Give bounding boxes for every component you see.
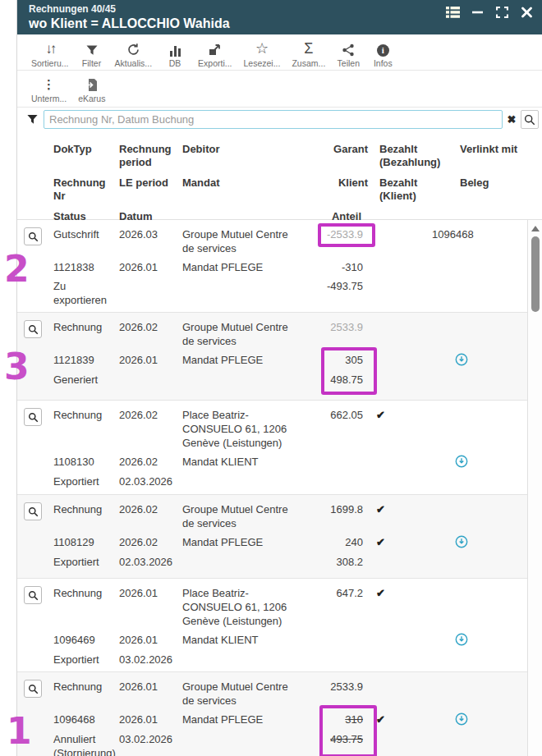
table-row[interactable]: Rechnung 2026.01 Groupe Mutuel Centre de… [17, 672, 528, 756]
col-header-bezahlt-bezahlung[interactable]: Bezahlt (Bezahlung) [368, 143, 443, 169]
status-value: Generiert [53, 373, 119, 387]
filter-funnel-icon [24, 113, 40, 126]
toolbar-ekarus-button[interactable]: eKarus [72, 75, 111, 103]
rechnung-period-value: 2026.02 [119, 408, 182, 422]
le-period-value: 2026.01 [119, 633, 182, 647]
row-detail-magnifier-icon[interactable] [24, 320, 42, 338]
search-input[interactable] [44, 110, 503, 129]
list-view-icon[interactable] [445, 6, 460, 19]
vertical-scrollbar[interactable] [527, 220, 542, 756]
col-header-beleg[interactable]: Beleg [450, 176, 542, 190]
datum-export-value: 02.03.2026 [119, 555, 182, 569]
col-header-debitor[interactable]: Debitor [182, 143, 305, 156]
anteil-oh-value: -493.75 [305, 279, 368, 293]
anteil-oh-value: 308.2 [305, 555, 368, 569]
table-row[interactable]: Rechnung 2026.02 Groupe Mutuel Centre de… [17, 313, 528, 401]
fullscreen-icon[interactable] [494, 6, 509, 19]
doktyp-value: Rechnung [53, 680, 119, 694]
bezahlt-check-icon: ✔ [368, 408, 396, 422]
table-row[interactable]: Gutschrift 2026.03 Groupe Mutuel Centre … [17, 220, 528, 313]
toolbar-export-button[interactable]: Exporti... [192, 39, 237, 68]
col-header-klient[interactable]: Klient [305, 176, 368, 190]
clear-search-icon[interactable]: ✖ [503, 110, 521, 129]
status-value: Exportiert [53, 474, 119, 488]
bar-chart-icon [170, 39, 181, 57]
col-header-verlinkt-mit[interactable]: Verlinkt mit [450, 143, 542, 156]
toolbar-refresh-button[interactable]: Aktualis... [109, 39, 158, 68]
scrollbar-thumb[interactable] [531, 236, 540, 312]
bezahlt-check-icon: ✔ [368, 712, 396, 726]
beleg-download-icon[interactable] [455, 633, 468, 648]
toolbar-info-button[interactable]: i Infos [365, 39, 400, 68]
beleg-download-icon[interactable] [455, 455, 468, 470]
row-detail-magnifier-icon[interactable] [24, 680, 42, 698]
toolbar-bookmark-button[interactable]: ☆ Lesezei... [238, 39, 287, 68]
col-header-garant[interactable]: Garant [305, 143, 368, 156]
close-icon[interactable] [519, 6, 534, 19]
debitor-value: Place Beatriz-CONSUELO 61, 1206 Genève (… [182, 586, 305, 628]
rechnung-period-value: 2026.03 [119, 227, 182, 241]
datum-export-value: 03.02.2026 [119, 653, 182, 667]
beleg-download-icon[interactable] [455, 535, 468, 550]
toolbar-filter-button[interactable]: Filter [75, 39, 109, 68]
col-header-bezahlt-klient[interactable]: Bezahlt (Klient) [368, 176, 443, 203]
titlebar-text: Rechnungen 40/45 wo Klient = ALLOCCHIO W… [29, 3, 230, 32]
datum-export-value: 02.03.2026 [119, 474, 182, 488]
vertical-dots-icon: ⋮ [43, 75, 55, 92]
quick-filter-bar: ✖ [17, 108, 542, 132]
mandat-value: Mandat PFLEGE [182, 353, 305, 367]
row-detail-magnifier-icon[interactable] [24, 227, 42, 245]
klient-value: 240 [305, 535, 368, 549]
col-header-rechnung-period[interactable]: Rechnung period [119, 143, 182, 169]
klient-value: 310 [305, 712, 368, 726]
mandat-value: Mandat KLIENT [182, 633, 305, 647]
rechnung-period-value: 2026.02 [119, 320, 182, 334]
col-header-rechnung-nr[interactable]: Rechnung Nr [53, 176, 119, 203]
col-header-mandat[interactable]: Mandat [182, 176, 305, 190]
le-period-value: 2026.02 [119, 455, 182, 469]
garant-value: 647.2 [305, 586, 368, 600]
status-value: Exportiert [53, 653, 119, 667]
toolbar-submenu-button[interactable]: ⋮ Unterm... [25, 75, 72, 103]
anteil-oh-value: 493.75 [305, 732, 368, 746]
beleg-download-icon[interactable] [455, 712, 468, 727]
bookmark-star-icon: ☆ [255, 39, 269, 57]
refresh-icon [126, 39, 140, 57]
rechnung-nr-value: 1121838 [53, 260, 119, 274]
debitor-value: Groupe Mutuel Centre de services [182, 502, 305, 530]
toolbar-sort-button[interactable]: ↓↑ Sortieru... [25, 39, 75, 68]
main-toolbar: ↓↑ Sortieru... Filter Aktualis... DB Exp… [17, 34, 542, 71]
table-row[interactable]: Rechnung 2026.02 Place Beatriz-CONSUELO … [17, 401, 528, 495]
sigma-icon: Σ [304, 39, 313, 57]
col-header-le-period[interactable]: LE period [119, 176, 182, 190]
row-detail-magnifier-icon[interactable] [24, 408, 42, 426]
debitor-value: Place Beatriz-CONSUELO 61, 1206 Genève (… [182, 408, 305, 450]
toolbar-summary-button[interactable]: Σ Zusam... [286, 39, 331, 68]
col-header-doktyp[interactable]: DokTyp [53, 143, 119, 156]
mandat-value: Mandat PFLEGE [182, 712, 305, 726]
toolbar-share-button[interactable]: Teilen [331, 39, 365, 68]
beleg-download-icon[interactable] [455, 353, 468, 368]
rechnung-nr-value: 1096469 [53, 633, 119, 647]
le-period-value: 2026.01 [119, 260, 182, 274]
debitor-value: Groupe Mutuel Centre de services [182, 227, 305, 255]
status-value: Zu exportieren [53, 279, 119, 307]
mandat-value: Mandat PFLEGE [182, 260, 305, 274]
search-icon[interactable] [521, 110, 539, 129]
le-period-value: 2026.01 [119, 712, 182, 726]
bezahlt-check-icon: ✔ [368, 502, 396, 516]
window-title-counter: Rechnungen 40/45 [29, 3, 230, 16]
scrollbar-up-arrow-icon[interactable] [531, 226, 540, 231]
table-row[interactable]: Rechnung 2026.01 Place Beatriz-CONSUELO … [17, 579, 528, 672]
row-detail-magnifier-icon[interactable] [24, 502, 42, 520]
sort-icon: ↓↑ [45, 39, 54, 57]
table-row[interactable]: Rechnung 2026.02 Groupe Mutuel Centre de… [17, 495, 528, 579]
doktyp-value: Gutschrift [53, 227, 119, 241]
doktyp-value: Rechnung [53, 408, 119, 422]
minimize-icon[interactable] [470, 6, 485, 19]
filter-icon [85, 39, 99, 57]
row-detail-magnifier-icon[interactable] [24, 586, 42, 604]
toolbar-db-button[interactable]: DB [158, 39, 192, 68]
share-icon [342, 39, 355, 57]
titlebar: Rechnungen 40/45 wo Klient = ALLOCCHIO W… [17, 0, 542, 34]
